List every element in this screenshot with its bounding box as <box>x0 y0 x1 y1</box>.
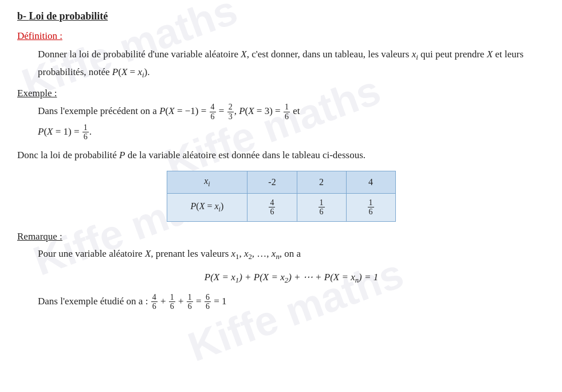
table-cell-1-6-a: 16 <box>297 193 346 221</box>
frac-sum-6-6: 66 <box>205 293 211 311</box>
frac-1-6-a: 16 <box>284 103 290 121</box>
remarque-text2: Dans l'exemple étudié on a : 46 + 16 + 1… <box>38 293 545 311</box>
probability-table: xi -2 2 4 P(X = xi) 46 16 16 <box>167 171 396 222</box>
title-underlined: Loi de probabilité <box>29 10 108 22</box>
table-header-row: xi -2 2 4 <box>167 171 395 193</box>
frac-2-3: 23 <box>227 103 234 121</box>
definition-text: Donner la loi de probabilité d'une varia… <box>38 46 545 82</box>
remarque-block: Pour une variable aléatoire X, prenant l… <box>38 246 545 311</box>
table-header-4: 4 <box>346 171 395 193</box>
example-text: Dans l'exemple précédent on a P(X = −1) … <box>38 103 545 121</box>
table-cell-4-6: 46 <box>247 193 297 221</box>
remarque-formula: P(X = x1) + P(X = x2) + ⋯ + P(X = xn) = … <box>38 269 545 287</box>
table-cell-1-6-b: 16 <box>346 193 395 221</box>
frac-4-6-a: 46 <box>210 103 216 121</box>
conclusion-text: Donc la loi de probabilité P de la varia… <box>17 147 545 164</box>
table-row-label: P(X = xi) <box>167 193 247 221</box>
table-data-row: P(X = xi) 46 16 16 <box>167 193 395 221</box>
main-content: b- Loi de probabilité Définition : Donne… <box>17 10 545 311</box>
title-prefix: b- <box>17 10 29 22</box>
remarque-text1: Pour une variable aléatoire X, prenant l… <box>38 246 545 264</box>
frac-sum-1-6-a: 16 <box>169 293 175 311</box>
remarque-label: Remarque : <box>17 231 62 242</box>
frac-sum-1-6-b: 16 <box>187 293 193 311</box>
table-header-xi: xi <box>167 171 247 193</box>
frac-sum-4-6: 46 <box>151 293 158 311</box>
table-header-neg2: -2 <box>247 171 297 193</box>
example-label: Exemple : <box>17 88 57 99</box>
table-header-2: 2 <box>297 171 346 193</box>
frac-1-6-b: 16 <box>82 123 89 142</box>
example-text-2: P(X = 1) = 16. <box>38 123 545 142</box>
section-title: b- Loi de probabilité <box>17 10 545 22</box>
definition-label: Définition : <box>17 30 62 42</box>
